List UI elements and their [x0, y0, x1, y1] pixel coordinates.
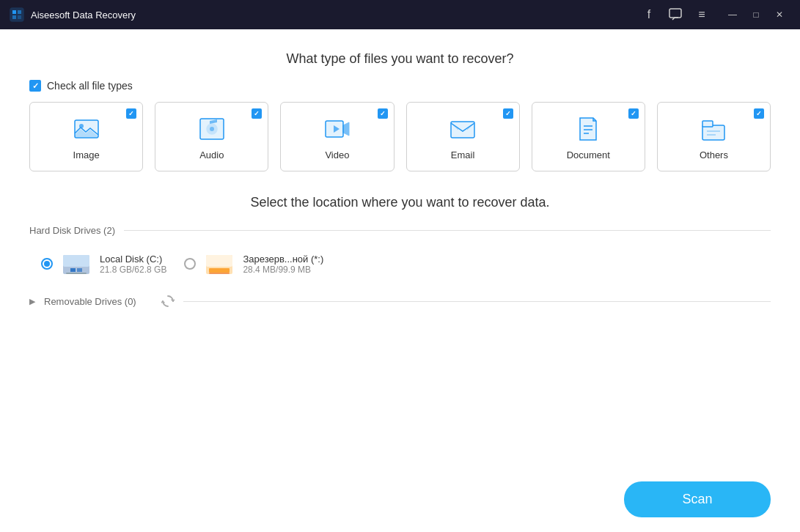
svg-point-10 — [210, 127, 214, 131]
file-type-others[interactable]: Others — [657, 102, 771, 171]
drive-reserved-name: Зарезерв...ной (*:) — [243, 254, 323, 265]
removable-collapse-icon[interactable]: ▶ — [29, 297, 35, 306]
refresh-icon[interactable] — [161, 295, 175, 308]
document-label: Document — [567, 149, 610, 160]
check-all-checkbox[interactable] — [29, 80, 41, 92]
drive-reserved-size: 28.4 MB/99.9 MB — [243, 265, 323, 275]
audio-checkbox — [252, 108, 262, 119]
svg-rect-0 — [10, 8, 23, 21]
video-checkbox — [378, 108, 388, 119]
file-types-grid: Image Audio — [29, 102, 771, 171]
file-type-audio[interactable]: Audio — [155, 102, 268, 171]
audio-icon — [197, 114, 227, 144]
svg-rect-4 — [18, 15, 21, 19]
email-icon — [448, 114, 477, 144]
svg-rect-1 — [12, 10, 16, 14]
file-type-video[interactable]: Video — [280, 102, 394, 171]
image-checkbox — [126, 108, 136, 119]
svg-rect-23 — [77, 268, 82, 272]
others-icon — [699, 114, 728, 144]
minimize-button[interactable]: — — [721, 7, 744, 22]
svg-rect-17 — [702, 121, 713, 127]
svg-rect-27 — [209, 268, 230, 273]
removable-section: ▶ Removable Drives (0) — [29, 295, 771, 308]
svg-rect-16 — [702, 125, 724, 140]
email-checkbox — [503, 108, 513, 119]
document-checkbox — [628, 108, 639, 119]
titlebar-icons: f ≡ — [642, 7, 709, 22]
app-logo — [9, 7, 25, 23]
removable-label: Removable Drives (0) — [44, 296, 136, 307]
email-label: Email — [451, 149, 475, 160]
hard-disk-section: Hard Disk Drives (2) — [29, 225, 771, 280]
drives-list: Local Disk (C:) 21.8 GB/62.8 GB Зарезер — [29, 248, 771, 280]
file-type-document[interactable]: Document — [532, 102, 645, 171]
location-title: Select the location where you want to re… — [29, 195, 771, 210]
drive-reserved-info: Зарезерв...ной (*:) 28.4 MB/99.9 MB — [243, 254, 323, 275]
hard-disk-header: Hard Disk Drives (2) — [29, 225, 771, 236]
window-controls: — □ ✕ — [721, 7, 791, 22]
video-label: Video — [325, 149, 349, 160]
drive-c-info: Local Disk (C:) 21.8 GB/62.8 GB — [100, 254, 166, 275]
svg-rect-3 — [12, 15, 16, 19]
file-type-image[interactable]: Image — [29, 102, 143, 171]
svg-rect-28 — [209, 273, 230, 274]
file-types-title: What type of files you want to recover? — [29, 51, 771, 67]
app-title: Aiseesoft Data Recovery — [31, 10, 642, 21]
audio-label: Audio — [199, 149, 224, 160]
hard-disk-divider — [124, 230, 771, 231]
others-checkbox — [754, 108, 764, 119]
maximize-button[interactable]: □ — [744, 7, 768, 22]
drive-c-name: Local Disk (C:) — [100, 254, 166, 265]
drive-reserved-radio[interactable] — [184, 258, 196, 270]
drive-c-radio[interactable] — [41, 258, 53, 270]
drive-c-icon — [60, 248, 92, 280]
scan-button[interactable]: Scan — [624, 481, 771, 517]
facebook-icon[interactable]: f — [642, 7, 656, 22]
others-label: Others — [700, 149, 728, 160]
svg-rect-26 — [206, 255, 232, 267]
svg-rect-24 — [66, 273, 87, 274]
removable-divider — [183, 301, 771, 302]
titlebar: Aiseesoft Data Recovery f ≡ — □ ✕ — [0, 0, 800, 29]
file-type-email[interactable]: Email — [406, 102, 520, 171]
menu-icon[interactable]: ≡ — [694, 7, 709, 22]
check-all-row: Check all file types — [29, 80, 771, 92]
check-all-label: Check all file types — [47, 80, 133, 92]
video-icon — [323, 114, 352, 144]
hard-disk-label: Hard Disk Drives (2) — [29, 225, 115, 236]
drive-reserved-icon — [203, 248, 235, 280]
image-label: Image — [73, 149, 100, 160]
svg-rect-21 — [63, 255, 89, 267]
drive-reserved[interactable]: Зарезерв...ной (*:) 28.4 MB/99.9 MB — [184, 248, 323, 280]
drive-c-size: 21.8 GB/62.8 GB — [100, 265, 166, 275]
chat-icon[interactable] — [668, 7, 683, 22]
main-content: What type of files you want to recover? … — [0, 29, 800, 470]
svg-rect-12 — [451, 122, 474, 138]
drive-c[interactable]: Local Disk (C:) 21.8 GB/62.8 GB — [41, 248, 166, 280]
svg-rect-5 — [669, 9, 681, 18]
image-icon — [72, 114, 101, 144]
bottom-bar: Scan — [0, 470, 800, 532]
svg-rect-2 — [18, 10, 21, 14]
document-icon — [573, 114, 603, 144]
close-button[interactable]: ✕ — [768, 7, 791, 22]
svg-rect-22 — [70, 268, 76, 272]
